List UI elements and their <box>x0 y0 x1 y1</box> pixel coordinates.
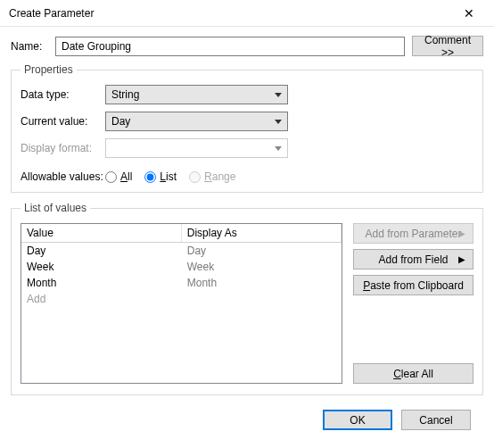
table-row[interactable]: Day Day <box>21 243 342 260</box>
ok-button[interactable]: OK <box>323 410 392 430</box>
lov-table-wrap: Value Display As Day Day Week Week <box>21 223 342 384</box>
table-row-add[interactable]: Add <box>21 291 342 307</box>
lov-cell-value[interactable]: Month <box>21 275 181 291</box>
name-label: Name: <box>11 40 55 53</box>
name-row: Name: Comment >> <box>11 36 483 56</box>
lov-cell-value[interactable]: Day <box>21 243 181 260</box>
radio-all-input[interactable] <box>105 171 117 183</box>
dialog-content: Name: Comment >> Properties Data type: S… <box>0 27 494 437</box>
window-title: Create Parameter <box>9 7 94 20</box>
current-value-value: Day <box>111 115 130 128</box>
lov-side-buttons: Add from Parameter ▶ Add from Field ▶ Pa… <box>353 223 473 384</box>
chevron-down-icon <box>275 120 282 124</box>
current-value-select[interactable]: Day <box>105 112 288 131</box>
allowable-values-radios: All List Range <box>105 170 235 183</box>
radio-list[interactable]: List <box>144 170 177 183</box>
add-from-field-button[interactable]: Add from Field ▶ <box>353 249 473 270</box>
radio-range-input <box>189 171 201 183</box>
display-format-select[interactable] <box>105 138 288 158</box>
radio-list-input[interactable] <box>144 171 156 183</box>
add-from-parameter-button: Add from Parameter ▶ <box>353 223 473 244</box>
lov-cell-value[interactable]: Week <box>21 259 181 275</box>
lov-header-value[interactable]: Value <box>21 224 181 243</box>
radio-all[interactable]: All <box>105 170 132 183</box>
display-format-label: Display format: <box>21 142 105 154</box>
radio-range: Range <box>189 170 235 183</box>
chevron-down-icon <box>275 146 282 151</box>
paste-from-clipboard-button[interactable]: Paste from Clipboard <box>353 275 473 295</box>
lov-cell-display[interactable]: Week <box>181 259 341 275</box>
data-type-select[interactable]: String <box>105 85 288 104</box>
data-type-label: Data type: <box>21 88 105 101</box>
lov-add-cell[interactable]: Add <box>21 291 181 307</box>
lov-add-cell-display[interactable] <box>181 291 341 307</box>
cancel-button[interactable]: Cancel <box>401 410 471 430</box>
chevron-right-icon: ▶ <box>458 255 465 264</box>
data-type-value: String <box>111 88 139 101</box>
allowable-values-label: Allowable values: <box>21 170 105 183</box>
name-input[interactable] <box>55 37 405 56</box>
properties-group: Properties Data type: String Current val… <box>11 63 483 193</box>
chevron-down-icon <box>275 93 282 97</box>
list-of-values-group: List of values Value Display As Day Day <box>11 202 483 395</box>
table-row[interactable]: Month Month <box>21 275 342 291</box>
chevron-right-icon: ▶ <box>458 229 465 238</box>
lov-legend: List of values <box>21 202 90 214</box>
clear-all-button[interactable]: Clear All <box>353 363 473 384</box>
lov-table: Value Display As Day Day Week Week <box>21 224 342 307</box>
dialog-footer: OK Cancel <box>11 404 483 430</box>
properties-legend: Properties <box>21 63 77 76</box>
lov-cell-display[interactable]: Day <box>181 243 341 260</box>
titlebar: Create Parameter ✕ <box>0 0 494 27</box>
lov-cell-display[interactable]: Month <box>181 275 341 291</box>
close-icon[interactable]: ✕ <box>451 6 487 21</box>
current-value-label: Current value: <box>21 115 105 128</box>
lov-header-display[interactable]: Display As <box>181 224 341 243</box>
table-row[interactable]: Week Week <box>21 259 342 275</box>
comment-button[interactable]: Comment >> <box>412 36 483 56</box>
